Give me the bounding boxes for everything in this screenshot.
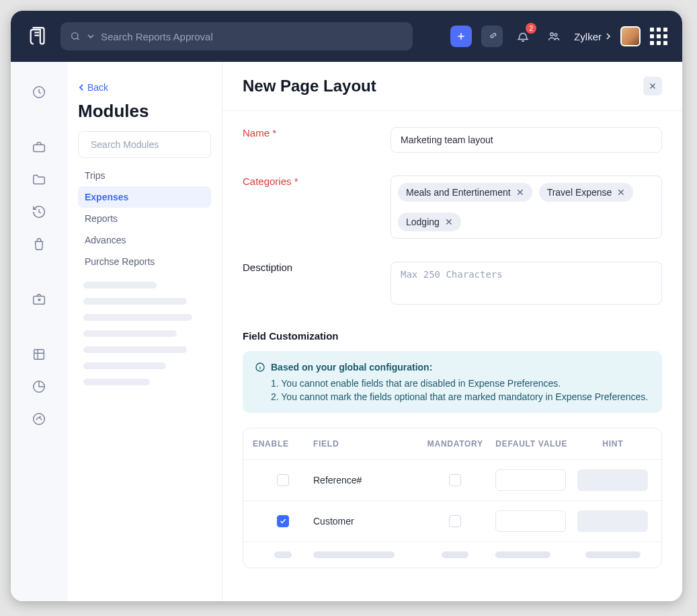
apps-grid-icon[interactable]	[650, 28, 667, 45]
chip-remove-icon[interactable]: ✕	[617, 187, 625, 198]
chevron-right-icon	[606, 33, 611, 40]
skeleton-row	[83, 298, 187, 305]
search-icon	[70, 31, 81, 42]
category-chip[interactable]: Lodging✕	[398, 213, 461, 231]
users-icon	[548, 30, 560, 42]
module-item-purchse-reports[interactable]: Purchse Reports	[78, 251, 211, 272]
table-row-skeleton	[243, 541, 661, 568]
svg-point-2	[550, 33, 554, 36]
svg-point-9	[34, 414, 45, 425]
rail-briefcase-icon[interactable]	[32, 140, 46, 157]
name-input[interactable]	[391, 127, 662, 153]
skeleton-row	[83, 282, 157, 288]
info-head: Based on your global configuration:	[271, 362, 432, 373]
settings-button[interactable]	[481, 26, 503, 47]
category-chip[interactable]: Travel Expense✕	[539, 183, 634, 202]
modules-title: Modules	[78, 101, 211, 122]
modules-search[interactable]	[78, 131, 211, 158]
hint-placeholder	[577, 469, 648, 491]
section-field-customization: Field Customization	[243, 330, 662, 342]
info-banner: Based on your global configuration: 1. Y…	[243, 351, 662, 413]
info-icon	[255, 362, 265, 373]
field-name: Customer	[313, 516, 415, 527]
back-link[interactable]: Back	[78, 82, 211, 93]
enable-checkbox[interactable]	[277, 515, 289, 527]
rail-history-icon[interactable]	[32, 204, 46, 222]
skeleton-row	[83, 346, 187, 353]
avatar[interactable]	[620, 26, 641, 46]
info-rule: 1. You cannot enable fields that are dis…	[271, 378, 650, 389]
mandatory-checkbox[interactable]	[449, 515, 461, 527]
app-logo	[26, 24, 51, 49]
chip-remove-icon[interactable]: ✕	[516, 187, 524, 198]
skeleton-row	[83, 379, 150, 385]
skeleton-row	[83, 330, 177, 337]
gear-icon	[487, 31, 497, 42]
chip-label: Meals and Entertinement	[406, 187, 511, 198]
topbar: 2 Zylker	[11, 11, 682, 62]
field-table: ENABLE FIELD MANDATORY DEFAULT VALUE HIN…	[243, 428, 662, 568]
col-field: FIELD	[313, 439, 415, 449]
category-chip[interactable]: Meals and Entertinement✕	[398, 183, 532, 202]
modules-search-input[interactable]	[91, 139, 208, 150]
svg-rect-7	[34, 350, 44, 360]
module-item-trips[interactable]: Trips	[78, 165, 211, 186]
skeleton-row	[83, 362, 166, 369]
chip-label: Travel Expense	[547, 187, 612, 198]
svg-point-0	[72, 33, 78, 39]
default-value-input[interactable]	[495, 510, 566, 532]
rail-chart-icon[interactable]	[32, 379, 46, 397]
col-mandatory: MANDATORY	[415, 439, 495, 449]
module-item-advances[interactable]: Advances	[78, 229, 211, 251]
field-name: Reference#	[313, 475, 415, 486]
chip-label: Lodging	[406, 217, 440, 227]
label-name: Name *	[243, 127, 391, 139]
table-row: Reference#	[243, 459, 661, 500]
col-hint: HINT	[574, 439, 652, 449]
module-item-expenses[interactable]: Expenses	[78, 186, 211, 208]
rail-camera-icon[interactable]	[32, 292, 46, 309]
page-title: New Page Layout	[243, 77, 376, 95]
global-search-input[interactable]	[101, 31, 403, 42]
back-label: Back	[87, 82, 108, 93]
module-item-reports[interactable]: Reports	[78, 208, 211, 229]
label-description: Desctiption	[243, 262, 391, 273]
col-enable: ENABLE	[253, 439, 313, 449]
main-content: New Page Layout Name * Categories * Meal…	[222, 62, 682, 601]
rail-folder-icon[interactable]	[32, 172, 46, 190]
rail-clock-icon[interactable]	[32, 85, 46, 102]
org-name: Zylker	[574, 31, 602, 42]
categories-chips[interactable]: Meals and Entertinement✕Travel Expense✕L…	[391, 176, 662, 239]
modules-panel: Back Modules TripsExpensesReportsAdvance…	[67, 62, 222, 601]
table-row: Customer	[243, 500, 661, 541]
rail-table-icon[interactable]	[32, 347, 46, 364]
hint-placeholder	[577, 510, 648, 532]
enable-checkbox[interactable]	[277, 474, 289, 486]
chevron-left-icon	[78, 84, 85, 91]
default-value-input[interactable]	[495, 469, 566, 491]
description-input[interactable]	[391, 262, 662, 305]
rail-bag-icon[interactable]	[32, 237, 46, 254]
svg-point-3	[555, 34, 557, 36]
notifications-button[interactable]: 2	[512, 26, 534, 47]
users-button[interactable]	[543, 26, 565, 47]
label-categories: Categories *	[243, 176, 391, 187]
notification-badge: 2	[526, 23, 536, 34]
rail-gauge-icon[interactable]	[32, 412, 46, 429]
global-search[interactable]	[60, 22, 413, 50]
org-switcher[interactable]: Zylker	[574, 31, 611, 42]
mandatory-checkbox[interactable]	[449, 474, 461, 486]
add-button[interactable]	[450, 26, 472, 47]
svg-rect-5	[34, 145, 45, 151]
plus-icon	[456, 31, 466, 42]
chevron-down-icon	[87, 33, 94, 40]
col-default: DEFAULT VALUE	[495, 439, 573, 449]
close-icon	[648, 81, 657, 91]
svg-point-1	[491, 35, 493, 38]
skeleton-row	[83, 314, 192, 321]
nav-rail	[11, 62, 67, 601]
close-button[interactable]	[643, 77, 662, 95]
chip-remove-icon[interactable]: ✕	[445, 217, 453, 227]
info-rule: 2. You cannot mark the fields optional t…	[271, 391, 650, 402]
